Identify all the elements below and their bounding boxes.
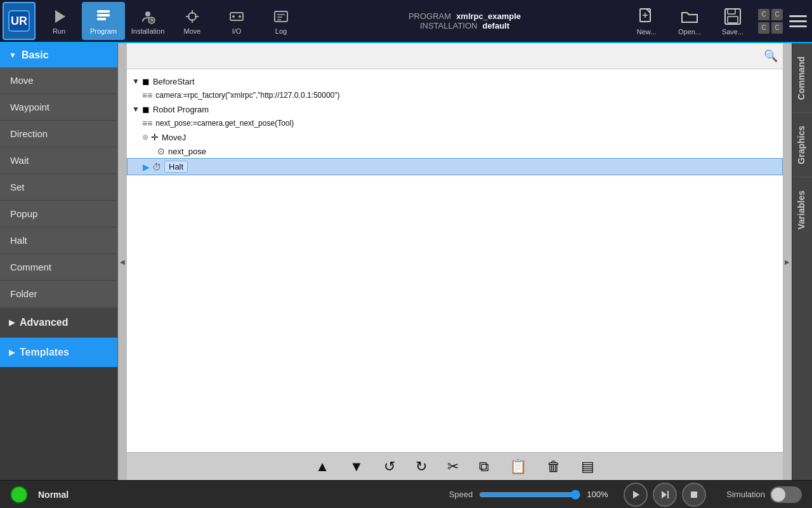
status-bar: Normal Speed 100% Simulation xyxy=(0,480,812,508)
svg-point-15 xyxy=(239,15,241,18)
svg-point-14 xyxy=(232,15,235,18)
sidebar-item-halt[interactable]: Halt xyxy=(0,227,117,254)
right-collapse-handle[interactable]: ▶ xyxy=(783,43,792,480)
sidebar-item-move[interactable]: Move xyxy=(0,67,117,94)
status-text: Normal xyxy=(38,490,69,500)
tree-area: ▼ ◼ BeforeStart ≡≡ camera:=rpc_factory("… xyxy=(127,69,783,452)
nav-run[interactable]: Run xyxy=(37,2,81,40)
status-indicator xyxy=(10,486,28,504)
main-area: ▼ Basic Move Waypoint Direction Wait Set… xyxy=(0,43,812,480)
sidebar-item-folder[interactable]: Folder xyxy=(0,281,117,307)
search-input[interactable] xyxy=(132,46,764,66)
speed-section: Speed 100% xyxy=(449,490,614,500)
nav-io[interactable]: I/O xyxy=(215,2,258,40)
corner-buttons: C C C C xyxy=(758,9,783,34)
program-area: 🔍 ▼ ◼ BeforeStart ≡≡ camera:=rpc_factory… xyxy=(127,43,783,480)
search-bar: 🔍 xyxy=(127,43,783,69)
step-button[interactable] xyxy=(653,483,677,507)
top-actions: New... Open... Save... xyxy=(626,3,753,39)
sidebar-basic-header[interactable]: ▼ Basic xyxy=(0,43,117,67)
tree-node-camera-init[interactable]: ≡≡ camera:=rpc_factory("xmlrpc","http://… xyxy=(127,88,783,102)
suppress-button[interactable]: ▤ xyxy=(577,456,598,478)
play-controls xyxy=(624,483,706,507)
svg-point-6 xyxy=(145,11,150,17)
tree-node-movej[interactable]: ⊕ ✛ MoveJ xyxy=(127,130,783,144)
new-button[interactable]: New... xyxy=(626,3,667,39)
svg-rect-29 xyxy=(667,491,669,498)
tree-node-beforestart[interactable]: ▼ ◼ BeforeStart xyxy=(127,74,783,88)
speed-percentage: 100% xyxy=(587,490,613,499)
logo: UR xyxy=(3,2,36,40)
move-down-button[interactable]: ▼ xyxy=(346,456,367,478)
program-info: PROGRAM xmlrpc_example INSTALLATION defa… xyxy=(303,11,626,30)
tree-toolbar: ▲ ▼ ↺ ↻ ✂ ⧉ 📋 🗑 ▤ xyxy=(127,452,783,480)
svg-rect-5 xyxy=(97,18,106,20)
nav-move[interactable]: Move xyxy=(171,2,214,40)
undo-button[interactable]: ↺ xyxy=(380,456,399,478)
sidebar-advanced[interactable]: ▶ Advanced xyxy=(0,307,117,337)
svg-rect-4 xyxy=(97,14,110,17)
right-tabs: Command Graphics Variables xyxy=(792,43,812,480)
sidebar-item-set[interactable]: Set xyxy=(0,174,117,201)
sidebar-templates[interactable]: ▶ Templates xyxy=(0,337,117,367)
top-bar: UR Run Program Installation Move I/O Log… xyxy=(0,0,812,43)
corner-c2[interactable]: C xyxy=(771,9,783,20)
search-icon[interactable]: 🔍 xyxy=(764,49,778,63)
redo-button[interactable]: ↻ xyxy=(412,456,431,478)
svg-marker-27 xyxy=(633,491,639,498)
sidebar-item-popup[interactable]: Popup xyxy=(0,201,117,227)
svg-rect-3 xyxy=(97,10,110,13)
tree-node-robot-program[interactable]: ▼ ◼ Robot Program xyxy=(127,102,783,116)
tree-node-next-pose-wp[interactable]: ⊙ next_pose xyxy=(127,144,783,158)
corner-c1[interactable]: C xyxy=(758,9,769,20)
play-button[interactable] xyxy=(624,483,648,507)
corner-c4[interactable]: C xyxy=(771,22,783,34)
sidebar-collapse-handle[interactable]: ◀ xyxy=(118,43,127,480)
tree-node-next-pose-assign[interactable]: ≡≡ next_pose:=camera.get_next_pose(Tool) xyxy=(127,116,783,130)
cut-button[interactable]: ✂ xyxy=(443,456,462,478)
nav-program[interactable]: Program xyxy=(82,2,125,40)
svg-text:UR: UR xyxy=(11,15,27,27)
tab-variables[interactable]: Variables xyxy=(792,177,813,243)
corner-c3[interactable]: C xyxy=(758,22,769,34)
svg-rect-26 xyxy=(728,17,738,23)
hamburger-menu[interactable] xyxy=(787,2,809,40)
sidebar-item-direction[interactable]: Direction xyxy=(0,121,117,147)
nav-log[interactable]: Log xyxy=(259,2,303,40)
move-up-button[interactable]: ▲ xyxy=(311,456,333,478)
tab-command[interactable]: Command xyxy=(792,43,813,112)
paste-button[interactable]: 📋 xyxy=(506,456,530,478)
copy-button[interactable]: ⧉ xyxy=(475,456,493,478)
simulation-section: Simulation xyxy=(726,486,802,503)
delete-button[interactable]: 🗑 xyxy=(543,456,565,478)
stop-button[interactable] xyxy=(682,483,706,507)
open-button[interactable]: Open... xyxy=(669,3,710,39)
svg-marker-28 xyxy=(662,491,667,498)
tree-node-halt[interactable]: ▶ ⏱ Halt xyxy=(127,158,783,175)
nav-installation[interactable]: Installation xyxy=(126,2,169,40)
speed-slider[interactable] xyxy=(479,490,580,500)
sidebar-item-waypoint[interactable]: Waypoint xyxy=(0,94,117,121)
svg-marker-2 xyxy=(55,10,65,23)
tab-graphics[interactable]: Graphics xyxy=(792,112,813,177)
save-button[interactable]: Save... xyxy=(712,3,753,39)
simulation-toggle[interactable] xyxy=(770,486,802,503)
sidebar-item-wait[interactable]: Wait xyxy=(0,147,117,174)
sidebar: ▼ Basic Move Waypoint Direction Wait Set… xyxy=(0,43,118,480)
sidebar-item-comment[interactable]: Comment xyxy=(0,254,117,281)
svg-rect-25 xyxy=(728,9,735,14)
svg-rect-30 xyxy=(691,491,697,498)
